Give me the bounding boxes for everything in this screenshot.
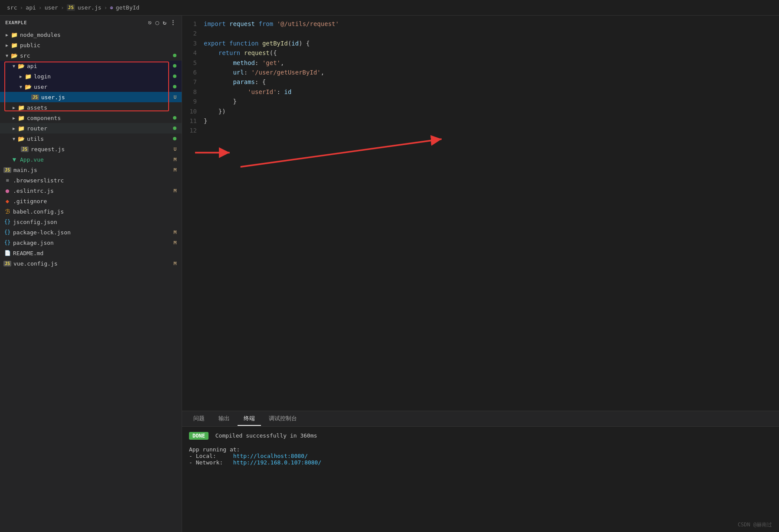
tree-item-user-js[interactable]: JS user.js U — [0, 92, 182, 102]
terminal-tabs: 问题 输出 终端 调试控制台 — [182, 411, 779, 427]
code-line-5: method: 'get', — [204, 58, 770, 68]
local-url[interactable]: http://localhost:8080/ — [233, 453, 308, 459]
dot-utils — [173, 137, 176, 140]
breadcrumb-file[interactable]: user.js — [78, 4, 101, 11]
label-main-js: main.js — [13, 167, 173, 173]
tab-terminal[interactable]: 终端 — [238, 412, 261, 426]
tree-item-components[interactable]: ▶ 📁 components — [0, 113, 182, 123]
new-file-icon[interactable]: ⎋ — [148, 19, 152, 26]
line-num-5: 5 — [182, 58, 197, 68]
arrow-api: ▼ — [10, 64, 17, 68]
code-line-2 — [204, 29, 770, 38]
tree-item-jsconfig[interactable]: {} jsconfig.json — [0, 217, 182, 227]
main-layout: EXAMPLE ⎋ ◯ ↻ ⋮ ▶ 📁 node_modules ▶ 📁 pub… — [0, 16, 779, 532]
label-app-vue: App.vue — [20, 156, 173, 163]
dot-api — [173, 64, 176, 68]
tree-item-api[interactable]: ▼ 📂 api — [0, 61, 182, 71]
tree-item-babel[interactable]: ℬ babel.config.js — [0, 206, 182, 217]
babel-icon: ℬ — [3, 208, 11, 215]
tree-item-gitignore[interactable]: ◆ .gitignore — [0, 196, 182, 206]
collapse-icon[interactable]: ⋮ — [170, 19, 176, 26]
breadcrumb-src[interactable]: src — [7, 4, 17, 11]
line-num-7: 7 — [182, 77, 197, 87]
editor-area: 1 2 3 4 5 6 7 8 9 10 11 12 import reques… — [182, 16, 779, 532]
code-line-11: } — [204, 116, 770, 126]
label-public: public — [20, 42, 182, 49]
label-node-modules: node_modules — [20, 32, 182, 38]
label-package-json: package.json — [13, 240, 173, 246]
network-url[interactable]: http://192.168.0.107:8080/ — [233, 459, 322, 466]
local-label: - Local: — [189, 453, 216, 459]
folder-icon-router: 📁 — [17, 125, 25, 132]
js-file-icon-request: JS — [21, 146, 29, 152]
badge-vue-config: M — [173, 261, 176, 266]
tab-output[interactable]: 输出 — [212, 412, 236, 426]
folder-icon-src: 📂 — [10, 52, 18, 59]
breadcrumb-user[interactable]: user — [45, 4, 58, 11]
tree-item-eslintrc[interactable]: ● .eslintrc.js M — [0, 185, 182, 196]
refresh-icon[interactable]: ↻ — [163, 19, 166, 26]
tree-item-public[interactable]: ▶ 📁 public — [0, 40, 182, 50]
line-num-9: 9 — [182, 97, 197, 106]
breadcrumb-api[interactable]: api — [26, 4, 36, 11]
badge-request-js: U — [173, 146, 176, 152]
tree-item-readme[interactable]: 📄 README.md — [0, 248, 182, 258]
line-num-1: 1 — [182, 19, 197, 29]
tab-debug-console[interactable]: 调试控制台 — [263, 412, 303, 426]
sidebar-header-actions: ⎋ ◯ ↻ ⋮ — [148, 19, 176, 26]
git-icon: ◆ — [3, 198, 11, 204]
tree-item-assets[interactable]: ▶ 📁 assets — [0, 102, 182, 113]
tree-item-login[interactable]: ▶ 📁 login — [0, 71, 182, 81]
sidebar: EXAMPLE ⎋ ◯ ↻ ⋮ ▶ 📁 node_modules ▶ 📁 pub… — [0, 16, 182, 532]
sep4: › — [104, 4, 108, 11]
code-line-12 — [204, 126, 770, 135]
label-components: components — [27, 115, 173, 121]
code-content[interactable]: import request from '@/utils/request' ex… — [204, 19, 779, 407]
compile-msg: Compiled successfully in 360ms — [215, 432, 317, 439]
dot-login — [173, 75, 176, 78]
breadcrumb-bar: src › api › user › JS user.js › ⊕ getByI… — [0, 0, 779, 16]
code-container: 1 2 3 4 5 6 7 8 9 10 11 12 import reques… — [182, 16, 779, 411]
folder-icon-login: 📁 — [24, 73, 32, 80]
tree-item-package-json[interactable]: {} package.json M — [0, 237, 182, 248]
terminal-local-line: - Local: http://localhost:8080/ — [189, 453, 772, 459]
badge-eslintrc: M — [173, 188, 176, 194]
code-line-10: }) — [204, 107, 770, 116]
label-browserslistrc: .browserslistrc — [13, 177, 182, 184]
tree-item-browserslistrc[interactable]: ≡ .browserslistrc — [0, 175, 182, 185]
breadcrumb-fn[interactable]: getById — [116, 4, 140, 11]
label-user-js: user.js — [41, 94, 173, 101]
label-package-lock: package-lock.json — [13, 229, 173, 236]
tree-item-router[interactable]: ▶ 📁 router — [0, 123, 182, 133]
running-at-label: App running at: — [189, 446, 772, 453]
dot-components — [173, 116, 176, 120]
sep1: › — [20, 4, 23, 11]
tree-item-vue-config[interactable]: JS vue.config.js M — [0, 258, 182, 269]
tree-item-main-js[interactable]: JS main.js M — [0, 165, 182, 175]
tree-item-node-modules[interactable]: ▶ 📁 node_modules — [0, 29, 182, 40]
md-icon: 📄 — [3, 250, 11, 256]
tree-item-app-vue[interactable]: ▼ App.vue M — [0, 154, 182, 165]
done-badge: DONE — [189, 432, 209, 440]
symbol-icon: ⊕ — [110, 5, 113, 11]
tree-item-src[interactable]: ▼ 📂 src — [0, 50, 182, 61]
tree-item-user-folder[interactable]: ▼ 📂 user — [0, 81, 182, 92]
label-vue-config: vue.config.js — [13, 260, 173, 267]
arrow-router: ▶ — [10, 126, 17, 131]
line-num-12: 12 — [182, 126, 197, 135]
arrow-login: ▶ — [17, 74, 24, 79]
tab-problems[interactable]: 问题 — [187, 412, 211, 426]
label-eslintrc: .eslintrc.js — [13, 188, 173, 194]
js-icon-vue-config: JS — [3, 261, 11, 266]
tree-item-package-lock[interactable]: {} package-lock.json M — [0, 227, 182, 237]
tree-item-utils[interactable]: ▼ 📂 utils — [0, 133, 182, 144]
folder-icon-user: 📂 — [24, 84, 32, 90]
js-icon: JS — [67, 4, 75, 11]
json-icon-package-lock: {} — [3, 229, 11, 235]
arrow-assets: ▶ — [10, 105, 17, 110]
folder-icon-public: 📁 — [10, 42, 18, 49]
tree-item-request-js[interactable]: JS request.js U — [0, 144, 182, 154]
new-folder-icon[interactable]: ◯ — [155, 19, 159, 26]
dot-user-folder — [173, 85, 176, 88]
label-assets: assets — [27, 104, 182, 111]
